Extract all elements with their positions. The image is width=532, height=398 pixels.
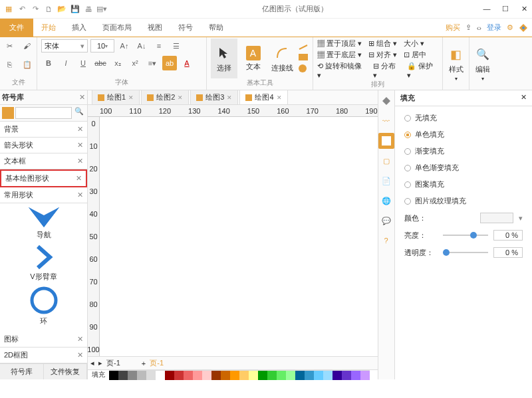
swatch[interactable] <box>305 371 314 380</box>
brush-icon[interactable]: 🖌 <box>20 39 35 53</box>
send-back-button[interactable]: ▦ 置于底层 ▾ <box>317 50 362 60</box>
opacity-slider[interactable] <box>443 252 488 253</box>
swatch[interactable] <box>258 371 267 380</box>
swatch[interactable] <box>332 371 342 380</box>
shrink-font-icon[interactable]: A↓ <box>134 39 149 53</box>
highlight-button[interactable]: ab <box>162 56 177 70</box>
distribute-button[interactable]: ⊟ 分布 ▾ <box>373 61 401 80</box>
help-tool-icon[interactable]: ? <box>378 233 394 249</box>
comment-tool-icon[interactable]: 💬 <box>378 213 394 229</box>
swatch[interactable] <box>360 371 370 380</box>
file-menu[interactable]: 文件 <box>0 19 33 37</box>
fill-pattern-radio[interactable]: 图案填充 <box>404 179 523 189</box>
swatch[interactable] <box>202 371 211 380</box>
close-button[interactable]: ✕ <box>519 5 529 13</box>
color-picker[interactable] <box>480 213 513 223</box>
opacity-value[interactable]: 0 % <box>493 247 523 258</box>
swatch[interactable] <box>109 371 118 380</box>
shape-ring[interactable]: 环 <box>29 286 59 326</box>
category-icons[interactable]: 图标✕ <box>0 332 87 348</box>
shape-nav[interactable]: 导航 <box>27 206 61 240</box>
tab-start[interactable]: 开始 <box>33 19 64 37</box>
current-page[interactable]: 页-1 <box>150 358 164 368</box>
category-background[interactable]: 背景✕ <box>0 122 87 138</box>
search-input[interactable] <box>15 107 72 119</box>
doc-tab-active[interactable]: 绘图4✕ <box>239 90 287 104</box>
settings-icon[interactable]: ⚙ <box>507 23 513 32</box>
line-tool-icon[interactable]: 〰 <box>378 113 394 129</box>
undo-icon[interactable]: ↶ <box>16 3 28 15</box>
home-icon[interactable] <box>2 107 14 119</box>
category-arrows[interactable]: 箭头形状✕ <box>0 138 87 153</box>
doc-tab[interactable]: 绘图1✕ <box>92 90 140 104</box>
swatch[interactable] <box>230 371 239 380</box>
tab-layout[interactable]: 页面布局 <box>94 19 140 37</box>
maximize-button[interactable]: ☐ <box>500 5 511 13</box>
fill-none-radio[interactable]: 无填充 <box>404 113 523 123</box>
underline-button[interactable]: U <box>76 56 90 70</box>
print-icon[interactable]: 🖶 <box>82 3 94 15</box>
close-icon[interactable]: ✕ <box>79 93 85 102</box>
italic-button[interactable]: I <box>59 56 73 70</box>
connector-tool[interactable]: 连接线 <box>269 39 295 78</box>
category-basic-shapes[interactable]: 基本绘图形状✕ <box>0 169 87 187</box>
add-page-button[interactable]: + <box>142 359 146 367</box>
copy-icon[interactable]: ⎘ <box>3 57 17 72</box>
strike-button[interactable]: abc <box>93 56 108 70</box>
fill-gradient-radio[interactable]: 渐变填充 <box>404 146 523 156</box>
grow-font-icon[interactable]: A↑ <box>117 39 132 53</box>
swatch[interactable] <box>342 371 351 380</box>
category-textbox[interactable]: 文本框✕ <box>0 153 87 169</box>
fill-solid-radio[interactable]: 单色填充 <box>404 130 523 140</box>
font-size-select[interactable]: 10▾ <box>90 39 114 52</box>
page-tool-icon[interactable]: 📄 <box>378 173 394 189</box>
page-nav-prev[interactable]: ◂ <box>90 359 94 367</box>
swatch[interactable] <box>128 371 137 380</box>
rect-shape-icon[interactable] <box>298 53 309 61</box>
swatch[interactable] <box>184 371 193 380</box>
align-button[interactable]: ⊟ 对齐 ▾ <box>368 50 397 60</box>
protect-button[interactable]: 🔒 保护 ▾ <box>407 61 438 80</box>
tab-help[interactable]: 帮助 <box>201 19 231 37</box>
superscript-button[interactable]: x² <box>128 56 142 70</box>
swatch[interactable] <box>295 371 305 380</box>
tab-view[interactable]: 视图 <box>140 19 170 37</box>
swatch[interactable] <box>174 371 184 380</box>
swatch[interactable] <box>267 371 277 380</box>
swatch[interactable] <box>156 371 165 380</box>
swatch[interactable] <box>314 371 323 380</box>
tab-symbol[interactable]: 符号 <box>170 19 201 37</box>
minimize-button[interactable]: — <box>481 5 492 13</box>
swatch[interactable] <box>137 371 146 380</box>
paste-icon[interactable]: 📋 <box>20 57 35 72</box>
swatch[interactable] <box>277 371 286 380</box>
page-nav-next[interactable]: ▸ <box>98 359 102 367</box>
search-icon[interactable]: 🔍 <box>73 107 85 119</box>
login-link[interactable]: 登录 <box>487 23 501 33</box>
brightness-value[interactable]: 0 % <box>493 230 523 241</box>
shadow-tool-icon[interactable]: ▢ <box>378 153 394 169</box>
tab-insert[interactable]: 插入 <box>64 19 94 37</box>
size-button[interactable]: 大小 ▾ <box>404 39 424 49</box>
redo-icon[interactable]: ↷ <box>29 3 41 15</box>
subscript-button[interactable]: x₂ <box>110 56 125 70</box>
footer-tab-recovery[interactable]: 文件恢复 <box>44 364 88 379</box>
fill-mono-gradient-radio[interactable]: 单色渐变填充 <box>404 163 523 173</box>
line-shape-icon[interactable] <box>298 44 309 50</box>
swatch[interactable] <box>351 371 360 380</box>
edit-button[interactable]: 🔍编辑▾ <box>473 44 492 84</box>
close-icon[interactable]: ✕ <box>521 93 527 103</box>
swatch[interactable] <box>323 371 332 380</box>
drawing-canvas[interactable] <box>100 117 378 356</box>
layer-tool-icon[interactable]: 🌐 <box>378 193 394 209</box>
bold-button[interactable]: B <box>41 56 56 70</box>
new-icon[interactable]: 🗋 <box>43 3 55 15</box>
category-common[interactable]: 常用形状✕ <box>0 187 87 203</box>
line-spacing-icon[interactable]: ≡ <box>152 39 166 53</box>
swatch[interactable] <box>239 371 249 380</box>
doc-tab[interactable]: 绘图2✕ <box>141 90 189 104</box>
export-icon[interactable]: ▤▾ <box>96 3 108 15</box>
share-icon[interactable]: ‹› <box>477 24 481 32</box>
page-nav-label[interactable]: 页-1 <box>106 358 120 368</box>
brightness-slider[interactable] <box>443 235 488 236</box>
